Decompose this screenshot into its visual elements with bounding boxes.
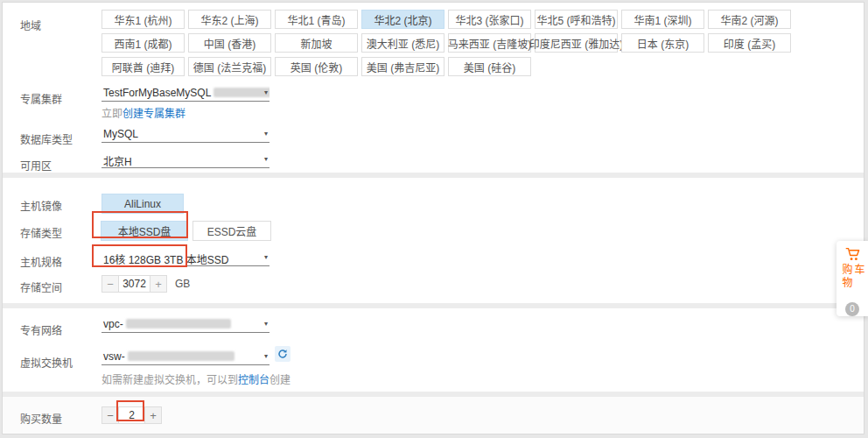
chevron-down-icon: ▾ (264, 321, 268, 328)
vswitch-note-after: 创建 (270, 374, 290, 386)
db-type-select[interactable]: MySQL ▾ (102, 125, 270, 143)
shopping-cart-panel[interactable]: 购物车 0 (836, 241, 868, 316)
quantity-label: 购买数量 (20, 411, 62, 426)
region-option[interactable]: 马来西亚 (吉隆坡) (448, 33, 531, 53)
region-option-selected[interactable]: 华北2 (北京) (361, 10, 444, 29)
zone-select[interactable]: 北京H ▾ (102, 151, 270, 168)
cluster-label: 专属集群 (20, 91, 62, 106)
refresh-vswitch-button[interactable] (275, 346, 290, 362)
quantity-minus-button[interactable]: − (102, 406, 119, 424)
shopping-cart-icon (845, 247, 860, 261)
region-option[interactable]: 华东1 (杭州) (102, 10, 185, 29)
host-spec-label: 主机规格 (20, 254, 62, 269)
storage-type-option-selected[interactable]: 本地SSD盘 (101, 221, 188, 241)
region-option[interactable]: 新加坡 (275, 33, 358, 53)
redacted-text (214, 88, 270, 97)
redacted-text (128, 351, 234, 361)
zone-select-value: 北京H (103, 156, 132, 168)
storage-space-label: 存储空间 (20, 279, 62, 294)
region-option[interactable]: 澳大利亚 (悉尼) (361, 33, 444, 53)
quantity-stepper: − + (102, 406, 162, 424)
refresh-icon (277, 349, 288, 359)
vpc-select-value: vpc- (103, 318, 123, 330)
vpc-select[interactable]: vpc- ▾ (102, 315, 270, 333)
cluster-select[interactable]: TestForMyBaseMySQL ▾ (102, 84, 270, 102)
vswitch-select[interactable]: vsw- ▾ (102, 348, 270, 365)
quantity-input[interactable] (119, 406, 144, 424)
section-network: 专有网络 vpc- ▾ 虚拟交换机 vsw- ▾ 如需新建虚拟交换机，可以到控制… (3, 308, 864, 392)
region-option[interactable]: 印度尼西亚 (雅加达) (535, 33, 618, 53)
db-type-select-value: MySQL (103, 128, 138, 140)
section-region-cluster: 地域 华东1 (杭州) 华东2 (上海) 华北1 (青岛) 华北2 (北京) 华… (3, 3, 864, 173)
buy-page: 地域 华东1 (杭州) 华东2 (上海) 华北1 (青岛) 华北2 (北京) 华… (2, 2, 864, 434)
storage-space-minus-button[interactable]: − (102, 275, 119, 293)
vswitch-note: 如需新建虚拟交换机，可以到控制台创建 (102, 371, 290, 387)
console-link[interactable]: 控制台 (238, 374, 270, 386)
region-option[interactable]: 华东2 (上海) (188, 10, 271, 29)
cluster-link-prefix: 立即 (102, 108, 122, 120)
region-option[interactable]: 印度 (孟买) (708, 33, 791, 53)
cluster-create-row: 立即创建专属集群 (102, 105, 186, 120)
region-option[interactable]: 华南2 (河源) (708, 10, 791, 29)
cart-count-badge: 0 (845, 302, 859, 316)
chevron-down-icon: ▾ (264, 353, 268, 360)
storage-type-label: 存储类型 (20, 225, 62, 240)
storage-space-unit: GB (175, 278, 190, 290)
quantity-plus-button[interactable]: + (144, 406, 162, 424)
region-option[interactable]: 华北3 (张家口) (448, 10, 531, 29)
vswitch-label: 虚拟交换机 (20, 355, 73, 370)
cluster-select-value: TestForMyBaseMySQL (103, 87, 211, 99)
section-host: 主机镜像 AliLinux 存储类型 本地SSD盘 ESSD云盘 主机规格 16… (3, 178, 864, 303)
region-option[interactable]: 德国 (法兰克福) (188, 57, 271, 76)
chevron-down-icon: ▾ (264, 89, 268, 96)
host-image-label: 主机镜像 (20, 198, 62, 213)
storage-space-input[interactable] (119, 275, 150, 293)
redacted-text (126, 319, 231, 328)
region-option[interactable]: 华北5 (呼和浩特) (535, 10, 618, 29)
chevron-down-icon: ▾ (264, 156, 268, 163)
vswitch-note-before: 如需新建虚拟交换机，可以到 (102, 374, 238, 386)
vswitch-select-value: vsw- (103, 350, 125, 363)
region-option[interactable]: 美国 (硅谷) (448, 57, 531, 76)
create-cluster-link[interactable]: 创建专属集群 (122, 108, 186, 120)
host-spec-select-value: 16核 128GB 3TB 本地SSD (103, 254, 228, 266)
region-option[interactable]: 西南1 (成都) (102, 33, 185, 53)
shopping-cart-label: 购物车 (840, 264, 864, 296)
region-option[interactable]: 美国 (弗吉尼亚) (361, 57, 444, 76)
zone-label: 可用区 (20, 158, 52, 173)
region-option[interactable]: 日本 (东京) (621, 33, 704, 53)
chevron-down-icon: ▾ (264, 254, 268, 261)
region-option[interactable]: 华北1 (青岛) (275, 10, 358, 29)
region-option[interactable]: 中国 (香港) (188, 33, 271, 53)
region-option[interactable]: 华南1 (深圳) (621, 10, 704, 29)
db-type-label: 数据库类型 (20, 131, 73, 146)
storage-space-plus-button[interactable]: + (150, 275, 167, 293)
host-spec-select[interactable]: 16核 128GB 3TB 本地SSD ▾ (102, 249, 270, 266)
chevron-down-icon: ▾ (264, 131, 268, 138)
section-quantity: 购买数量 − + (3, 397, 864, 434)
storage-space-stepper: − + GB (102, 275, 190, 293)
region-option[interactable]: 阿联酋 (迪拜) (102, 57, 185, 76)
vpc-label: 专有网络 (20, 322, 62, 337)
region-option[interactable]: 英国 (伦敦) (275, 57, 358, 76)
host-image-option-selected[interactable]: AliLinux (102, 194, 184, 214)
region-option-group: 华东1 (杭州) 华东2 (上海) 华北1 (青岛) 华北2 (北京) 华北3 … (102, 10, 828, 81)
region-label: 地域 (20, 18, 41, 32)
storage-type-option[interactable]: ESSD云盘 (192, 221, 271, 241)
